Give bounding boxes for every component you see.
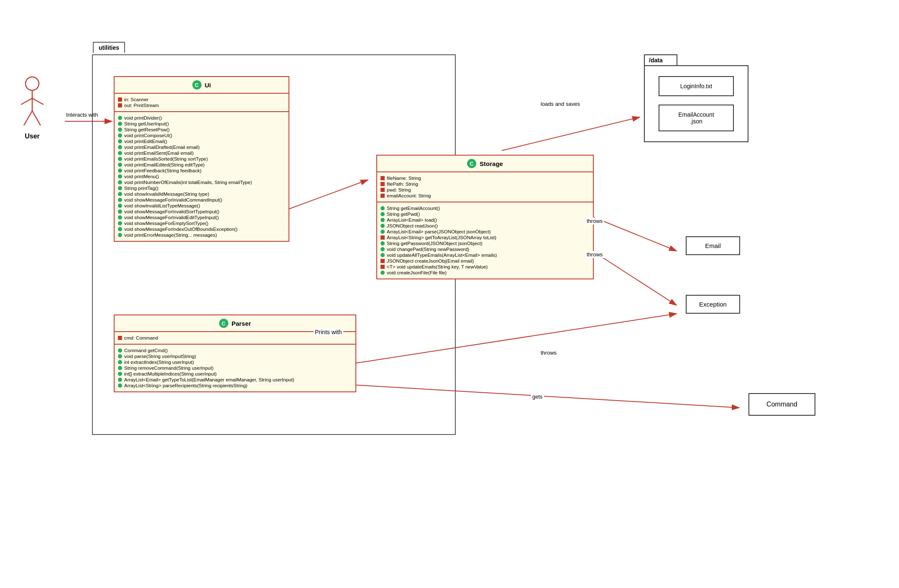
public-icon bbox=[118, 372, 122, 376]
private-icon bbox=[381, 182, 385, 186]
method-item: void updateAllTypeEmails(ArrayList<Email… bbox=[381, 253, 590, 258]
user-label: User bbox=[18, 133, 47, 140]
class-storage: C Storage fileName: String filePath: Str… bbox=[376, 155, 594, 279]
class-ui-header: C Ui bbox=[115, 77, 289, 94]
throws-label-2: throws bbox=[585, 251, 604, 258]
public-icon bbox=[118, 366, 122, 370]
svg-line-14 bbox=[32, 111, 41, 125]
public-icon bbox=[118, 198, 122, 202]
method-item: JSONObject readJson() bbox=[381, 223, 590, 228]
method-item: void createJsonFile(File file) bbox=[381, 270, 590, 275]
method-item: ArrayList<Email> parse(JSONObject jsonOb… bbox=[381, 229, 590, 234]
field-item: emailAccount: String bbox=[381, 193, 590, 198]
private-icon bbox=[118, 336, 122, 340]
class-storage-fields: fileName: String filePath: String pwd: S… bbox=[377, 172, 593, 202]
public-icon bbox=[381, 271, 385, 275]
box-email: Email bbox=[686, 236, 740, 255]
public-icon bbox=[381, 241, 385, 245]
method-item: void parse(String userInputString) bbox=[118, 354, 352, 359]
class-parser-name: Parser bbox=[232, 320, 251, 327]
public-icon bbox=[118, 221, 122, 225]
method-item: String getUserInput() bbox=[118, 121, 285, 126]
public-icon bbox=[118, 354, 122, 358]
public-icon bbox=[118, 151, 122, 155]
red-square-icon bbox=[381, 235, 385, 240]
field-text: in: Scanner bbox=[124, 97, 148, 102]
svg-line-4 bbox=[502, 117, 640, 151]
public-icon bbox=[118, 157, 122, 161]
method-item: ArrayList<String> parseRecipients(String… bbox=[118, 383, 352, 388]
box-exception: Exception bbox=[686, 295, 740, 314]
class-parser: C Parser cmd: Command Command getCmd() v… bbox=[114, 314, 356, 392]
method-item: void showInvalidListTypeMessage() bbox=[118, 203, 285, 208]
public-icon bbox=[118, 348, 122, 353]
prints-with-label: Prints with bbox=[314, 328, 343, 336]
method-item: void printEmailSent(Email email) bbox=[118, 151, 285, 156]
field-text: out: PrintStream bbox=[124, 103, 159, 108]
class-storage-name: Storage bbox=[480, 160, 503, 167]
file-loginfo: LoginInfo.txt bbox=[659, 76, 734, 96]
field-item: out: PrintStream bbox=[118, 103, 285, 108]
method-item: void printNumberOfEmails(int totalEmails… bbox=[118, 180, 285, 185]
public-icon bbox=[381, 212, 385, 216]
public-icon bbox=[118, 383, 122, 388]
box-command: Command bbox=[748, 393, 815, 416]
field-item: fileName: String bbox=[381, 176, 590, 181]
gets-label: gets bbox=[531, 393, 544, 400]
public-icon bbox=[118, 192, 122, 196]
method-item: void showMessageForEmptySortType() bbox=[118, 221, 285, 226]
method-item: ArrayList<String> getToArrayList(JSONArr… bbox=[381, 235, 590, 240]
method-item: JSONObject createJsonObj(Email email) bbox=[381, 258, 590, 263]
svg-point-9 bbox=[26, 77, 39, 90]
method-item: void printComposeUI() bbox=[118, 133, 285, 138]
method-item: String getPassword(JSONObject jsonObject… bbox=[381, 241, 590, 246]
svg-line-11 bbox=[21, 98, 32, 105]
svg-line-13 bbox=[24, 111, 32, 125]
folder-data: /data LoginInfo.txt EmailAccount.json bbox=[644, 54, 748, 142]
class-storage-methods: String getEmailAccount() String getPwd()… bbox=[377, 202, 593, 279]
loads-saves-label: loads and saves bbox=[539, 100, 581, 107]
method-item: void printEmailEdited(String editType) bbox=[118, 162, 285, 167]
red-square-icon bbox=[381, 265, 385, 269]
public-icon bbox=[118, 139, 122, 143]
method-item: ArrayList<Email> load() bbox=[381, 217, 590, 222]
class-parser-icon: C bbox=[219, 319, 228, 328]
method-item: void printErrorMessage(String... message… bbox=[118, 233, 285, 238]
method-item: <T> void updateEmails(String key, T newV… bbox=[381, 264, 590, 269]
private-icon bbox=[381, 194, 385, 198]
public-icon bbox=[118, 116, 122, 120]
method-item: void printEmailsSorted(String sortType) bbox=[118, 156, 285, 161]
method-item: void changePwd(String newPassword) bbox=[381, 247, 590, 252]
folder-tab: /data bbox=[644, 54, 677, 65]
public-icon bbox=[118, 186, 122, 190]
public-icon bbox=[118, 360, 122, 364]
method-item: String getResetPsw() bbox=[118, 127, 285, 132]
public-icon bbox=[118, 378, 122, 382]
method-item: String getEmailAccount() bbox=[381, 206, 590, 211]
class-parser-methods: Command getCmd() void parse(String userI… bbox=[115, 345, 355, 391]
method-item: void showMessageForInvalidSortTypeInput(… bbox=[118, 209, 285, 214]
class-storage-header: C Storage bbox=[377, 156, 593, 172]
throws-label-1: throws bbox=[585, 217, 604, 225]
private-icon bbox=[118, 97, 122, 102]
public-icon bbox=[381, 206, 385, 210]
class-ui-fields: in: Scanner out: PrintStream bbox=[115, 94, 289, 112]
method-item: void showInvalidIdMessage(String type) bbox=[118, 192, 285, 197]
public-icon bbox=[118, 233, 122, 237]
class-ui-icon: C bbox=[192, 80, 202, 89]
method-item: String printTag() bbox=[118, 186, 285, 191]
public-icon bbox=[118, 169, 122, 173]
field-item: in: Scanner bbox=[118, 97, 285, 102]
package-tab: utilities bbox=[93, 42, 125, 53]
method-item: int[] extractMultipleIndices(String user… bbox=[118, 371, 352, 376]
public-icon bbox=[118, 128, 122, 132]
public-icon bbox=[381, 253, 385, 257]
field-item: cmd: Command bbox=[118, 335, 352, 340]
private-icon bbox=[118, 103, 122, 107]
public-icon bbox=[118, 174, 122, 179]
public-icon bbox=[381, 230, 385, 234]
public-icon bbox=[118, 133, 122, 138]
class-ui-name: Ui bbox=[205, 82, 211, 89]
public-icon bbox=[381, 247, 385, 251]
method-item: void printDivider() bbox=[118, 115, 285, 120]
